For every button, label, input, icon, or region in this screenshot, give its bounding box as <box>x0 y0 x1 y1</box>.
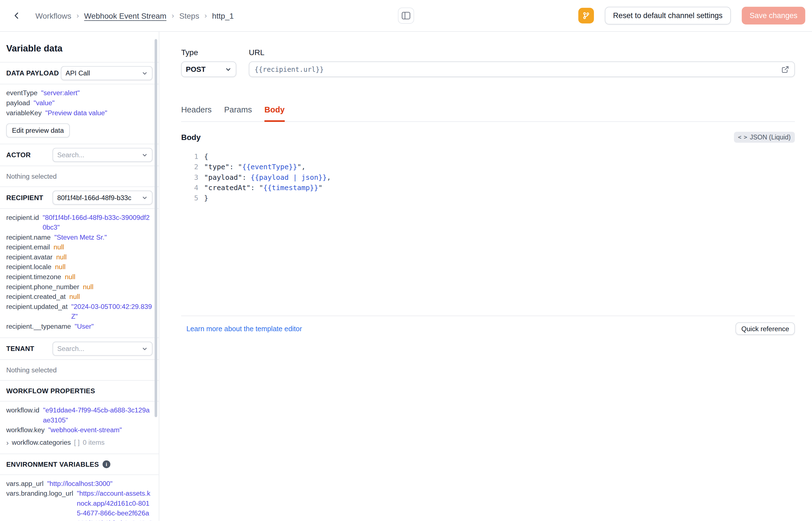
variable-key: recipient.phone_number <box>6 282 79 292</box>
variable-key: recipient.created_at <box>6 292 66 302</box>
breadcrumb-item: Steps <box>179 11 199 20</box>
actor-section: ACTOR Search... <box>0 143 159 165</box>
variable-value: "http://localhost:3000" <box>47 479 112 489</box>
breadcrumb-item[interactable]: Workflows <box>35 11 71 20</box>
quick-reference-button[interactable]: Quick reference <box>736 322 795 335</box>
tab-params[interactable]: Params <box>224 105 252 121</box>
variable-key: payload <box>6 98 30 108</box>
variable-row: recipient.updated_at"2024-03-05T00:42:29… <box>6 301 152 321</box>
workflow-categories-row[interactable]: › workflow.categories [ ] 0 items <box>6 437 152 448</box>
variable-key: recipient.id <box>6 212 39 222</box>
tenant-empty-state: Nothing selected <box>0 359 159 380</box>
variable-key: eventType <box>6 88 37 98</box>
breadcrumb-separator: › <box>205 12 207 20</box>
info-icon[interactable]: i <box>103 460 111 468</box>
environment-variables-section: vars.app_url"http://localhost:3000"vars.… <box>0 475 159 521</box>
variable-key: recipient.locale <box>6 262 51 272</box>
body-code-editor[interactable]: 1{2"type": "{{eventType}}",3"payload": {… <box>181 151 795 316</box>
categories-count: 0 items <box>82 437 104 448</box>
url-field: URL {{recipient.url}} <box>249 48 795 77</box>
variable-row: recipient.created_atnull <box>6 292 152 302</box>
http-method-select[interactable]: POST <box>181 62 236 77</box>
request-tabs: HeadersParamsBody <box>181 105 795 122</box>
sidebar-toggle-button[interactable] <box>398 7 414 24</box>
categories-bracket: [ ] <box>74 437 79 448</box>
tab-body[interactable]: Body <box>265 105 285 122</box>
tab-headers[interactable]: Headers <box>181 105 212 121</box>
app-window: Workflows›Webhook Event Stream›Steps›htt… <box>0 0 812 521</box>
variable-row: recipient.id"80f1f4bf-166d-48f9-b33c-390… <box>6 212 152 232</box>
pending-changes-button[interactable] <box>578 8 594 23</box>
edit-preview-data-button[interactable]: Edit preview data <box>6 123 70 137</box>
variable-row: variableKey"Preview data value" <box>6 108 152 118</box>
editor-footer: Learn more about the template editor Qui… <box>181 316 795 335</box>
template-editor-docs-link[interactable]: Learn more about the template editor <box>186 325 302 333</box>
breadcrumb-separator: › <box>76 12 79 20</box>
code-line: 4"createdAt": "{{timestamp}}" <box>181 182 795 192</box>
breadcrumb-separator: › <box>172 12 174 20</box>
topbar-actions: Reset to default channel settings Save c… <box>578 7 805 24</box>
chevron-down-icon <box>142 195 148 201</box>
variable-key: workflow.id <box>6 405 39 415</box>
line-number: 2 <box>181 161 198 172</box>
breadcrumb-item[interactable]: Webhook Event Stream <box>84 11 166 20</box>
variable-key: recipient.updated_at <box>6 301 67 312</box>
variable-value: null <box>56 252 67 262</box>
type-field-label: Type <box>181 48 236 57</box>
variable-row: recipient.avatarnull <box>6 252 152 262</box>
environment-variables-title: ENVIRONMENT VARIABLES <box>6 460 99 468</box>
language-badge[interactable]: < > JSON (Liquid) <box>734 132 795 142</box>
variable-key: recipient.name <box>6 232 51 243</box>
tenant-search-placeholder: Search... <box>57 345 84 353</box>
variable-key: workflow.key <box>6 425 45 435</box>
reset-channel-settings-button[interactable]: Reset to default channel settings <box>605 7 731 24</box>
variable-value: "2024-03-05T00:42:29.839Z" <box>71 301 152 321</box>
variable-row: recipient.__typename"User" <box>6 321 152 332</box>
variable-key: recipient.email <box>6 242 50 252</box>
code-text: "type": "{{eventType}}", <box>204 161 306 172</box>
type-field: Type POST <box>181 48 236 77</box>
back-button[interactable] <box>9 8 24 23</box>
variable-value: "User" <box>75 321 94 332</box>
variable-value: "server:alert" <box>41 88 80 98</box>
request-config-row: Type POST URL {{recipient.url}} <box>181 48 795 77</box>
variable-row: vars.app_url"http://localhost:3000" <box>6 479 152 489</box>
actor-search-placeholder: Search... <box>57 151 84 159</box>
sidebar-scrollbar[interactable] <box>155 39 157 417</box>
variable-row: payload"value" <box>6 98 152 108</box>
panel-layout-icon <box>402 12 411 20</box>
code-brackets-icon: < > <box>738 134 747 140</box>
variable-value: null <box>69 292 80 302</box>
variable-key: recipient.__typename <box>6 321 71 332</box>
code-text: } <box>204 192 208 203</box>
language-badge-label: JSON (Liquid) <box>750 134 791 141</box>
chevron-down-icon <box>225 66 232 73</box>
breadcrumb: Workflows›Webhook Event Stream›Steps›htt… <box>35 11 234 20</box>
variable-value: null <box>55 262 66 272</box>
tenant-search-select[interactable]: Search... <box>53 342 152 356</box>
save-changes-button[interactable]: Save changes <box>742 7 805 24</box>
recipient-selected-value: 80f1f4bf-166d-48f9-b33c <box>57 194 131 202</box>
url-input[interactable]: {{recipient.url}} <box>249 62 795 77</box>
line-number: 1 <box>181 151 198 161</box>
variable-row: recipient.localenull <box>6 262 152 272</box>
actor-search-select[interactable]: Search... <box>53 148 152 162</box>
data-payload-select[interactable]: API Call <box>61 66 152 81</box>
variable-value: null <box>83 282 93 292</box>
chevron-right-icon: › <box>6 438 9 446</box>
variable-row: recipient.timezonenull <box>6 272 152 282</box>
body-section-header: Body < > JSON (Liquid) <box>181 132 795 142</box>
line-number: 3 <box>181 172 198 182</box>
code-line: 3"payload": {{payload | json}}, <box>181 172 795 182</box>
variable-row: recipient.phone_numbernull <box>6 282 152 292</box>
recipient-select[interactable]: 80f1f4bf-166d-48f9-b33c <box>53 191 152 205</box>
variable-row: recipient.emailnull <box>6 242 152 252</box>
data-payload-label: DATA PAYLOAD <box>6 69 59 77</box>
chevron-down-icon <box>142 152 148 158</box>
workflow-properties-header: WORKFLOW PROPERTIES <box>0 380 159 401</box>
external-link-icon[interactable] <box>781 65 789 73</box>
top-bar: Workflows›Webhook Event Stream›Steps›htt… <box>0 0 812 32</box>
tenant-section: TENANT Search... <box>0 338 159 360</box>
breadcrumb-item: http_1 <box>212 11 234 20</box>
actor-label: ACTOR <box>6 151 31 159</box>
